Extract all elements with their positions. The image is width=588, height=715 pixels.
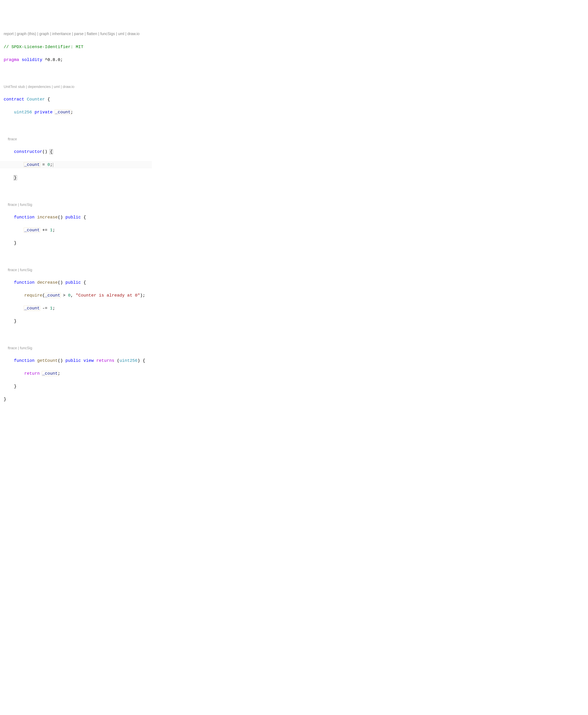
code-line: } [4, 396, 152, 403]
bracket-open-match: { [49, 149, 53, 154]
code-line: _count -= 1; [4, 305, 152, 311]
blank-line [4, 187, 152, 194]
code-line: } [4, 383, 152, 390]
bracket-close-match: } [14, 175, 17, 180]
code-line: pragma solidity ^0.8.0; [4, 57, 152, 63]
function-keyword: function [14, 215, 35, 220]
code-editor[interactable]: report | graph (this) | graph | inherita… [0, 26, 152, 409]
code-line: } [4, 175, 152, 181]
function-name-increase: increase [37, 215, 58, 220]
pragma-keyword: pragma [4, 58, 19, 62]
return-type: uint256 [120, 358, 138, 363]
code-line: function getCount() public view returns … [4, 358, 152, 364]
function-keyword: function [14, 358, 35, 363]
state-variable-ref[interactable]: _count [24, 306, 40, 311]
codelens-function[interactable]: ftrace | funcSig [4, 345, 152, 351]
code-line: } [4, 318, 152, 324]
codelens-constructor[interactable]: ftrace [4, 136, 152, 142]
spdx-comment: // SPDX-License-Identifier: MIT [4, 45, 83, 49]
code-line: } [4, 240, 152, 246]
codelens-contract[interactable]: UnitTest stub | dependencies | uml | dra… [4, 83, 152, 90]
blank-line [4, 331, 152, 337]
text-cursor [53, 163, 53, 167]
state-var-type: uint256 [14, 110, 32, 115]
blank-line [4, 253, 152, 259]
constructor-keyword: constructor [14, 149, 42, 154]
code-line: function decrease() public { [4, 279, 152, 286]
visibility-public: public [65, 358, 81, 363]
code-line: // SPDX-License-Identifier: MIT [4, 44, 152, 50]
code-line: function increase() public { [4, 214, 152, 221]
return-keyword: return [24, 371, 40, 376]
codelens-file-level[interactable]: report | graph (this) | graph | inherita… [4, 31, 152, 37]
visibility-public: public [65, 280, 81, 285]
code-line: constructor() { [4, 148, 152, 155]
pragma-version: ^0.8.0 [45, 58, 60, 62]
code-line: return _count; [4, 370, 152, 377]
codelens-function[interactable]: ftrace | funcSig [4, 201, 152, 208]
state-variable-ref[interactable]: _count [42, 371, 58, 376]
state-variable-ref[interactable]: _count [44, 293, 61, 298]
view-keyword: view [83, 358, 94, 363]
function-name-getcount: getCount [37, 358, 58, 363]
code-line: contract Counter { [4, 96, 152, 103]
code-line: uint256 private _count; [4, 109, 152, 116]
pragma-solidity: solidity [22, 58, 42, 62]
blank-line [4, 122, 152, 128]
function-name-decrease: decrease [37, 280, 58, 285]
code-line: _count += 1; [4, 227, 152, 233]
function-keyword: function [14, 280, 35, 285]
visibility-private: private [35, 110, 53, 115]
require-call: require [24, 293, 42, 298]
string-literal: "Counter is already at 0" [76, 293, 140, 298]
contract-keyword: contract [4, 97, 24, 102]
visibility-public: public [65, 215, 81, 220]
returns-keyword: returns [96, 358, 114, 363]
contract-name: Counter [27, 97, 45, 102]
state-variable[interactable]: _count [55, 110, 71, 115]
codelens-function[interactable]: ftrace | funcSig [4, 267, 152, 273]
blank-line [4, 69, 152, 76]
code-line: require(_count > 0, "Counter is already … [4, 292, 152, 299]
state-variable-ref[interactable]: _count [24, 162, 40, 167]
active-line: _count = 0; [0, 161, 152, 168]
state-variable-ref[interactable]: _count [24, 228, 40, 233]
